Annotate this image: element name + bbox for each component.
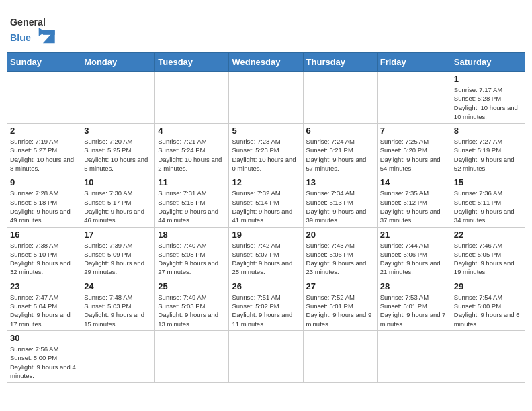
- page-header: General Blue: [7, 7, 525, 47]
- day-number: 26: [232, 281, 300, 291]
- day-info: Sunrise: 7:49 AM Sunset: 5:03 PM Dayligh…: [158, 293, 226, 328]
- day-info: Sunrise: 7:20 AM Sunset: 5:25 PM Dayligh…: [84, 137, 152, 173]
- calendar-cell: [229, 72, 303, 124]
- day-number: 28: [380, 281, 448, 291]
- day-number: 21: [380, 230, 448, 240]
- calendar-cell: [303, 330, 377, 382]
- calendar-week-row: 30Sunrise: 7:56 AM Sunset: 5:00 PM Dayli…: [7, 330, 525, 382]
- calendar-cell: [81, 330, 155, 382]
- calendar-week-row: 16Sunrise: 7:38 AM Sunset: 5:10 PM Dayli…: [7, 227, 525, 279]
- calendar-cell: [451, 330, 525, 382]
- calendar-week-row: 2Sunrise: 7:19 AM Sunset: 5:27 PM Daylig…: [7, 124, 525, 175]
- calendar-cell: 13Sunrise: 7:34 AM Sunset: 5:13 PM Dayli…: [303, 175, 377, 227]
- day-info: Sunrise: 7:31 AM Sunset: 5:15 PM Dayligh…: [158, 189, 226, 224]
- weekday-header-tuesday: Tuesday: [155, 53, 229, 72]
- day-number: 8: [454, 126, 522, 136]
- day-number: 25: [158, 281, 226, 291]
- day-number: 13: [306, 177, 374, 187]
- calendar-cell: 27Sunrise: 7:52 AM Sunset: 5:01 PM Dayli…: [303, 279, 377, 330]
- day-number: 14: [380, 177, 448, 187]
- day-number: 22: [454, 230, 522, 240]
- calendar-cell: 1Sunrise: 7:17 AM Sunset: 5:28 PM Daylig…: [451, 72, 525, 124]
- calendar-cell: 26Sunrise: 7:51 AM Sunset: 5:02 PM Dayli…: [229, 279, 303, 330]
- calendar-cell: 20Sunrise: 7:43 AM Sunset: 5:06 PM Dayli…: [303, 227, 377, 279]
- weekday-header-row: SundayMondayTuesdayWednesdayThursdayFrid…: [7, 53, 525, 72]
- day-info: Sunrise: 7:39 AM Sunset: 5:09 PM Dayligh…: [84, 241, 152, 277]
- calendar-cell: 11Sunrise: 7:31 AM Sunset: 5:15 PM Dayli…: [155, 175, 229, 227]
- day-number: 15: [454, 177, 522, 187]
- day-number: 7: [380, 126, 448, 136]
- day-info: Sunrise: 7:38 AM Sunset: 5:10 PM Dayligh…: [10, 241, 78, 277]
- calendar-cell: 28Sunrise: 7:53 AM Sunset: 5:01 PM Dayli…: [377, 279, 451, 330]
- weekday-header-sunday: Sunday: [7, 53, 81, 72]
- day-info: Sunrise: 7:47 AM Sunset: 5:04 PM Dayligh…: [10, 293, 78, 328]
- calendar-cell: 3Sunrise: 7:20 AM Sunset: 5:25 PM Daylig…: [81, 124, 155, 175]
- day-info: Sunrise: 7:25 AM Sunset: 5:20 PM Dayligh…: [380, 137, 448, 173]
- day-number: 30: [10, 333, 78, 343]
- day-number: 18: [158, 230, 226, 240]
- calendar-cell: 22Sunrise: 7:46 AM Sunset: 5:05 PM Dayli…: [451, 227, 525, 279]
- calendar-cell: 4Sunrise: 7:21 AM Sunset: 5:24 PM Daylig…: [155, 124, 229, 175]
- day-number: 11: [158, 177, 226, 187]
- weekday-header-monday: Monday: [81, 53, 155, 72]
- day-number: 17: [84, 230, 152, 240]
- calendar-week-row: 23Sunrise: 7:47 AM Sunset: 5:04 PM Dayli…: [7, 279, 525, 330]
- day-info: Sunrise: 7:24 AM Sunset: 5:21 PM Dayligh…: [306, 137, 374, 173]
- day-number: 5: [232, 126, 300, 136]
- day-info: Sunrise: 7:48 AM Sunset: 5:03 PM Dayligh…: [84, 293, 152, 328]
- calendar-cell: [229, 330, 303, 382]
- weekday-header-thursday: Thursday: [303, 53, 377, 72]
- calendar-cell: 15Sunrise: 7:36 AM Sunset: 5:11 PM Dayli…: [451, 175, 525, 227]
- day-number: 2: [10, 126, 78, 136]
- calendar-cell: [155, 72, 229, 124]
- day-info: Sunrise: 7:54 AM Sunset: 5:00 PM Dayligh…: [454, 293, 522, 328]
- day-info: Sunrise: 7:35 AM Sunset: 5:12 PM Dayligh…: [380, 189, 448, 224]
- day-number: 9: [10, 177, 78, 187]
- calendar-cell: 10Sunrise: 7:30 AM Sunset: 5:17 PM Dayli…: [81, 175, 155, 227]
- calendar-cell: 7Sunrise: 7:25 AM Sunset: 5:20 PM Daylig…: [377, 124, 451, 175]
- day-info: Sunrise: 7:43 AM Sunset: 5:06 PM Dayligh…: [306, 241, 374, 277]
- calendar-cell: [7, 72, 81, 124]
- day-info: Sunrise: 7:52 AM Sunset: 5:01 PM Dayligh…: [306, 293, 374, 328]
- calendar-cell: 12Sunrise: 7:32 AM Sunset: 5:14 PM Dayli…: [229, 175, 303, 227]
- calendar-cell: 16Sunrise: 7:38 AM Sunset: 5:10 PM Dayli…: [7, 227, 81, 279]
- day-number: 4: [158, 126, 226, 136]
- calendar-cell: 19Sunrise: 7:42 AM Sunset: 5:07 PM Dayli…: [229, 227, 303, 279]
- weekday-header-wednesday: Wednesday: [229, 53, 303, 72]
- logo-icon: General Blue: [10, 10, 64, 47]
- day-info: Sunrise: 7:19 AM Sunset: 5:27 PM Dayligh…: [10, 137, 78, 173]
- calendar-cell: 5Sunrise: 7:23 AM Sunset: 5:23 PM Daylig…: [229, 124, 303, 175]
- day-number: 24: [84, 281, 152, 291]
- calendar-cell: 25Sunrise: 7:49 AM Sunset: 5:03 PM Dayli…: [155, 279, 229, 330]
- day-number: 1: [454, 74, 522, 84]
- calendar-table: SundayMondayTuesdayWednesdayThursdayFrid…: [7, 52, 525, 383]
- calendar-cell: [377, 72, 451, 124]
- day-info: Sunrise: 7:17 AM Sunset: 5:28 PM Dayligh…: [454, 85, 522, 121]
- logo: General Blue: [10, 10, 64, 47]
- calendar-cell: 23Sunrise: 7:47 AM Sunset: 5:04 PM Dayli…: [7, 279, 81, 330]
- calendar-week-row: 1Sunrise: 7:17 AM Sunset: 5:28 PM Daylig…: [7, 72, 525, 124]
- calendar-cell: [81, 72, 155, 124]
- calendar-cell: 2Sunrise: 7:19 AM Sunset: 5:27 PM Daylig…: [7, 124, 81, 175]
- day-info: Sunrise: 7:27 AM Sunset: 5:19 PM Dayligh…: [454, 137, 522, 173]
- day-number: 27: [306, 281, 374, 291]
- calendar-cell: 6Sunrise: 7:24 AM Sunset: 5:21 PM Daylig…: [303, 124, 377, 175]
- weekday-header-friday: Friday: [377, 53, 451, 72]
- day-number: 6: [306, 126, 374, 136]
- day-number: 29: [454, 281, 522, 291]
- day-number: 20: [306, 230, 374, 240]
- day-info: Sunrise: 7:32 AM Sunset: 5:14 PM Dayligh…: [232, 189, 300, 224]
- svg-text:General: General: [10, 17, 46, 28]
- day-info: Sunrise: 7:36 AM Sunset: 5:11 PM Dayligh…: [454, 189, 522, 224]
- calendar-cell: 29Sunrise: 7:54 AM Sunset: 5:00 PM Dayli…: [451, 279, 525, 330]
- calendar-cell: 8Sunrise: 7:27 AM Sunset: 5:19 PM Daylig…: [451, 124, 525, 175]
- calendar-cell: [377, 330, 451, 382]
- day-info: Sunrise: 7:51 AM Sunset: 5:02 PM Dayligh…: [232, 293, 300, 328]
- day-number: 12: [232, 177, 300, 187]
- weekday-header-saturday: Saturday: [451, 53, 525, 72]
- day-info: Sunrise: 7:30 AM Sunset: 5:17 PM Dayligh…: [84, 189, 152, 224]
- svg-text:Blue: Blue: [10, 32, 31, 43]
- day-info: Sunrise: 7:53 AM Sunset: 5:01 PM Dayligh…: [380, 293, 448, 328]
- calendar-week-row: 9Sunrise: 7:28 AM Sunset: 5:18 PM Daylig…: [7, 175, 525, 227]
- day-info: Sunrise: 7:34 AM Sunset: 5:13 PM Dayligh…: [306, 189, 374, 224]
